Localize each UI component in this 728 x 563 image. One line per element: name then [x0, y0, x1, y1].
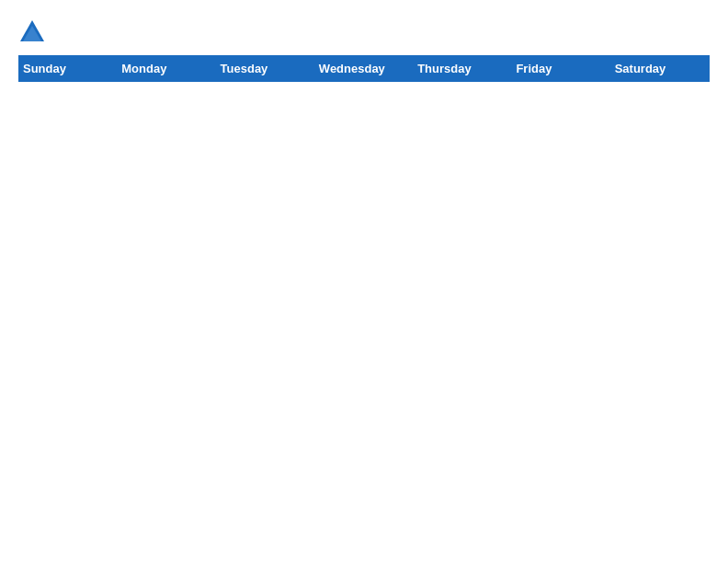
logo-icon	[18, 18, 46, 46]
col-header-wednesday: Wednesday	[314, 56, 413, 82]
logo	[18, 18, 50, 46]
col-header-thursday: Thursday	[414, 56, 512, 82]
col-header-saturday: Saturday	[610, 56, 709, 82]
col-header-friday: Friday	[512, 56, 610, 82]
col-header-tuesday: Tuesday	[216, 56, 314, 82]
col-header-sunday: Sunday	[19, 56, 118, 82]
page-header	[18, 18, 710, 46]
header-row: SundayMondayTuesdayWednesdayThursdayFrid…	[19, 56, 710, 82]
col-header-monday: Monday	[118, 56, 216, 82]
calendar-table: SundayMondayTuesdayWednesdayThursdayFrid…	[18, 55, 710, 82]
